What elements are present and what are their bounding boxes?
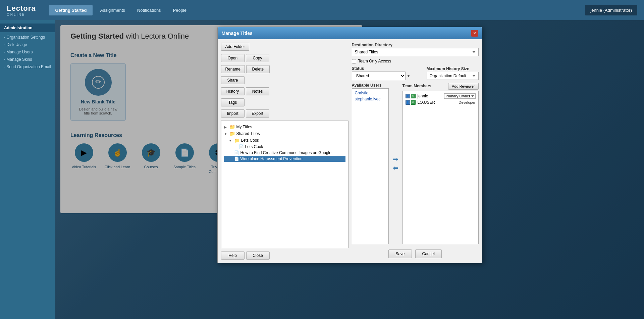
user-menu[interactable]: jennie (Administrator) [585, 5, 637, 15]
folder-icon: 📁 [229, 124, 235, 130]
save-button[interactable]: Save [388, 249, 412, 258]
status-section: Status Shared ▼ [352, 66, 411, 80]
users-section: Available Users Christie stephanie.ivec … [352, 83, 479, 244]
logo: Lectora ONLINE [7, 4, 36, 16]
team-members-label: Team Members [402, 84, 431, 88]
open-button[interactable]: Open [221, 54, 245, 62]
tags-button[interactable]: Tags [221, 98, 245, 106]
dialog-action-buttons: Save Cancel [352, 247, 479, 260]
team-header: Team Members Add Reviewer [402, 83, 479, 90]
sidebar-item-send-email[interactable]: Send Organization Email [0, 63, 55, 71]
dialog-right-panel: Destination Directory Shared Titles Team… [352, 43, 479, 260]
jennie-icons: 👤 ✉ [406, 94, 416, 98]
add-reviewer-button[interactable]: Add Reviewer [448, 83, 478, 90]
tree-lets-cook-folder[interactable]: ▼ 📁 Lets Cook [224, 137, 345, 144]
history-button[interactable]: History [221, 87, 245, 95]
rename-button[interactable]: Rename [221, 65, 245, 73]
team-only-row: Team Only Access [352, 59, 479, 63]
tree-how-to-find[interactable]: 📄 How to Find Creative Commons Images on… [224, 150, 345, 156]
lo-icon-1: 👤 [406, 100, 410, 105]
jennie-name: jennie [418, 94, 442, 98]
help-close-area: Help Close [221, 250, 348, 260]
jennie-icon-1: 👤 [406, 94, 410, 98]
lo-icon-2: ✉ [411, 100, 416, 105]
lo-user-name: LO.USER [418, 100, 457, 105]
max-history-select[interactable]: Organization Default [427, 72, 479, 80]
dialog-close-button[interactable]: ✕ [471, 30, 478, 37]
nav-notifications[interactable]: Notifications [131, 5, 167, 15]
add-folder-button[interactable]: Add Folder [221, 43, 250, 51]
status-dropdown-arrow: ▼ [407, 74, 411, 78]
close-button[interactable]: Close [246, 252, 270, 260]
sidebar-item-org-settings[interactable]: Organization Settings [0, 34, 55, 41]
dialog-title-bar: Manage Titles ✕ [218, 27, 482, 39]
nav-people[interactable]: People [167, 5, 193, 15]
main-layout: Administration Organization Settings Dis… [0, 20, 644, 319]
copy-button[interactable]: Copy [246, 54, 269, 62]
sidebar: Administration Organization Settings Dis… [0, 20, 55, 319]
tree-shared-titles[interactable]: ▼ 📁 Shared Titles [224, 130, 345, 137]
dialog-left-panel: Add Folder Open Copy Rename Delete Share [221, 43, 348, 260]
sidebar-item-disk-usage[interactable]: Disk Usage [0, 41, 55, 48]
team-only-label: Team Only Access [358, 59, 391, 63]
cancel-button[interactable]: Cancel [415, 249, 442, 258]
move-right-button[interactable]: ➡ [393, 156, 398, 163]
dialog-title: Manage Titles [222, 31, 253, 36]
dest-dir-label: Destination Directory [352, 43, 479, 47]
status-history-row: Status Shared ▼ Maximum History Size [352, 66, 479, 80]
content-area: Trivantis Getting Started with Lectora O… [55, 20, 644, 319]
lo-user-role: Developer [459, 100, 475, 104]
file-tree: ▶ 📁 My Titles ▼ 📁 Shared Titles [221, 121, 348, 248]
sidebar-section-admin: Administration [0, 24, 55, 32]
shared-folder-icon: 📁 [229, 131, 235, 136]
move-left-button[interactable]: ⬅ [393, 165, 398, 171]
tree-workplace[interactable]: 📄 Workplace Harassment Prevention [224, 156, 345, 162]
available-users-label: Available Users [352, 83, 389, 88]
top-navigation: Lectora ONLINE Getting Started Assignmen… [0, 0, 644, 20]
team-members-col: Team Members Add Reviewer 👤 ✉ [402, 83, 479, 244]
sidebar-item-manage-users[interactable]: Manage Users [0, 48, 55, 56]
team-member-jennie[interactable]: 👤 ✉ jennie Primary Owner [404, 93, 477, 99]
logo-text: Lectora [7, 4, 36, 13]
sidebar-item-manage-skins[interactable]: Manage Skins [0, 56, 55, 63]
max-history-label: Maximum History Size [427, 66, 479, 71]
notes-button[interactable]: Notes [246, 87, 269, 95]
available-users-list: Christie stephanie.ivec [352, 88, 389, 244]
dialog-body: Add Folder Open Copy Rename Delete Share [218, 39, 482, 263]
lo-user-icons: 👤 ✉ [406, 100, 416, 105]
status-select[interactable]: Shared [352, 72, 406, 80]
arrow-controls: ➡ ⬅ [391, 83, 400, 244]
available-users-col: Available Users Christie stephanie.ivec [352, 83, 389, 244]
tree-lets-cook-item[interactable]: 📄 Lets Cook [224, 144, 345, 150]
status-label: Status [352, 66, 411, 71]
workplace-doc-icon: 📄 [234, 156, 239, 161]
nav-assignments[interactable]: Assignments [94, 5, 131, 15]
max-history-section: Maximum History Size Organization Defaul… [427, 66, 479, 80]
import-button[interactable]: Import [221, 109, 245, 118]
dest-dir-section: Destination Directory Shared Titles [352, 43, 479, 56]
manage-titles-dialog: Manage Titles ✕ Add Folder Open Copy [217, 27, 482, 263]
delete-button[interactable]: Delete [246, 65, 270, 73]
export-button[interactable]: Export [246, 109, 269, 118]
logo-sub: ONLINE [7, 13, 36, 16]
share-button[interactable]: Share [221, 76, 245, 84]
team-member-lo-user[interactable]: 👤 ✉ LO.USER Developer [404, 99, 477, 105]
tree-my-titles[interactable]: ▶ 📁 My Titles [224, 124, 345, 130]
available-user-1[interactable]: stephanie.ivec [354, 96, 387, 102]
help-button[interactable]: Help [221, 252, 245, 260]
team-only-checkbox[interactable] [352, 59, 356, 63]
dest-dir-select[interactable]: Shared Titles [352, 48, 479, 56]
lets-cook-doc-icon: 📄 [239, 144, 244, 149]
lets-cook-folder-icon: 📁 [234, 138, 240, 143]
action-buttons: Add Folder [221, 43, 348, 51]
how-to-find-doc-icon: 📄 [234, 150, 239, 155]
jennie-icon-2: ✉ [411, 94, 416, 98]
jennie-role-select[interactable]: Primary Owner [444, 93, 476, 99]
modal-overlay: Manage Titles ✕ Add Folder Open Copy [55, 20, 644, 319]
nav-getting-started[interactable]: Getting Started [49, 5, 93, 15]
available-user-0[interactable]: Christie [354, 90, 387, 96]
team-members-list: 👤 ✉ jennie Primary Owner [402, 91, 479, 244]
